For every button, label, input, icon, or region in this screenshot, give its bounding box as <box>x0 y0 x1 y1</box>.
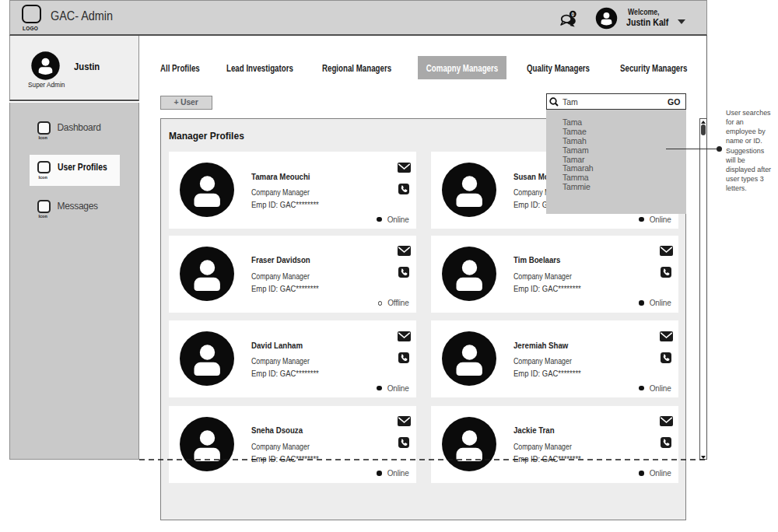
svg-text:0: 0 <box>571 12 574 17</box>
